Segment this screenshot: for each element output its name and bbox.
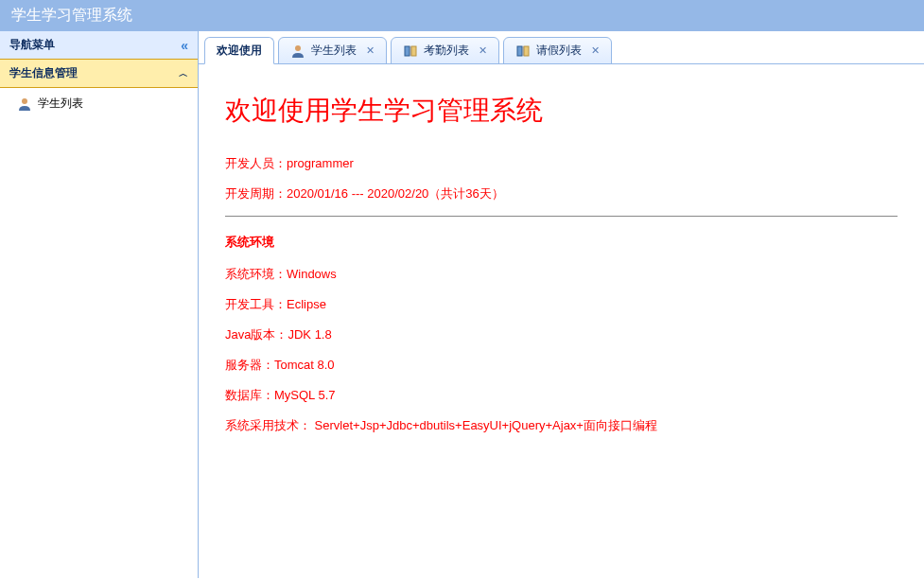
developer-line: 开发人员：programmer <box>225 155 898 172</box>
user-icon <box>17 96 32 112</box>
sidebar-item-student-list[interactable]: 学生列表 <box>0 88 198 119</box>
close-icon[interactable]: ✕ <box>366 44 375 57</box>
sidebar-title-text: 导航菜单 <box>9 37 55 53</box>
svg-rect-2 <box>405 46 410 56</box>
accordion-title: 学生信息管理 <box>9 65 78 81</box>
env-section-title: 系统环境 <box>225 234 898 251</box>
tab-label: 欢迎使用 <box>217 43 262 59</box>
main-container: 导航菜单 « 学生信息管理 ︿ 学生列表 欢迎使用 学生列表 ✕ <box>0 31 924 578</box>
book-icon <box>403 44 418 59</box>
svg-rect-3 <box>411 46 416 56</box>
divider <box>225 216 898 217</box>
sidebar-item-label: 学生列表 <box>38 96 83 112</box>
svg-point-0 <box>22 98 27 104</box>
app-header: 学生学习管理系统 <box>0 0 924 31</box>
tab-label: 学生列表 <box>311 43 357 59</box>
tab-leave-list[interactable]: 请假列表 ✕ <box>503 37 612 64</box>
tab-content-welcome: 欢迎使用学生学习管理系统 开发人员：programmer 开发周期：2020/0… <box>199 63 924 578</box>
accordion-student-info[interactable]: 学生信息管理 ︿ <box>0 59 198 88</box>
book-icon <box>515 44 531 59</box>
app-title: 学生学习管理系统 <box>11 7 132 23</box>
close-icon[interactable]: ✕ <box>591 44 600 57</box>
env-line: 开发工具：Eclipse <box>225 296 898 313</box>
tab-bar: 欢迎使用 学生列表 ✕ 考勤列表 ✕ 请假列表 <box>199 31 924 64</box>
welcome-heading: 欢迎使用学生学习管理系统 <box>225 93 898 129</box>
sidebar-title-bar: 导航菜单 « <box>0 31 198 60</box>
env-line: Java版本：JDK 1.8 <box>225 326 898 343</box>
user-icon <box>290 44 305 59</box>
tab-student-list[interactable]: 学生列表 ✕ <box>278 37 387 64</box>
tab-welcome[interactable]: 欢迎使用 <box>204 37 274 64</box>
svg-rect-6 <box>524 46 529 56</box>
env-line: 系统环境：Windows <box>225 266 898 283</box>
chevron-up-icon: ︿ <box>179 67 188 80</box>
env-line: 系统采用技术： Servlet+Jsp+Jdbc+dbutils+EasyUI+… <box>225 417 898 434</box>
svg-point-1 <box>295 45 301 51</box>
tab-label: 请假列表 <box>536 43 582 59</box>
env-line: 数据库：MySQL 5.7 <box>225 387 898 404</box>
close-icon[interactable]: ✕ <box>479 44 487 57</box>
collapse-left-icon[interactable]: « <box>181 38 188 53</box>
env-line: 服务器：Tomcat 8.0 <box>225 357 898 374</box>
sidebar: 导航菜单 « 学生信息管理 ︿ 学生列表 <box>0 31 199 578</box>
svg-rect-5 <box>517 46 522 56</box>
period-line: 开发周期：2020/01/16 --- 2020/02/20（共计36天） <box>225 185 898 202</box>
tab-attendance-list[interactable]: 考勤列表 ✕ <box>391 37 499 64</box>
main-area: 欢迎使用 学生列表 ✕ 考勤列表 ✕ 请假列表 <box>199 31 924 578</box>
tab-label: 考勤列表 <box>424 43 469 59</box>
